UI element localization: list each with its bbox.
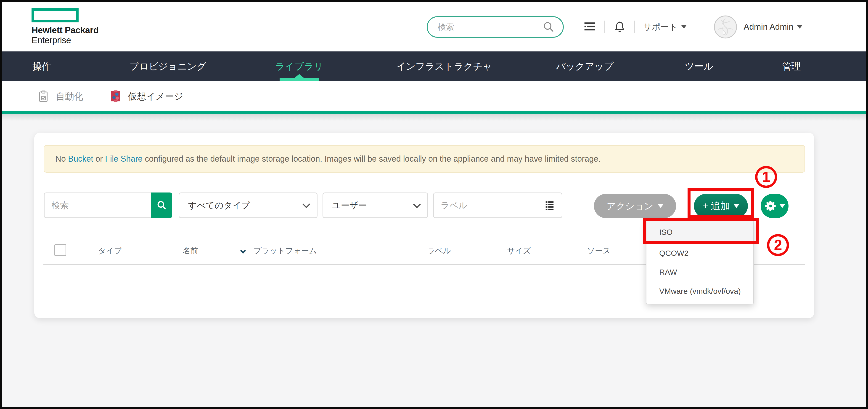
add-menu-item-qcow2[interactable]: QCOW2 (646, 244, 753, 263)
support-menu[interactable]: サポート (643, 21, 686, 33)
add-menu-item-vmware[interactable]: VMware (vmdk/ovf/ova) (646, 282, 753, 301)
bucket-link[interactable]: Bucket (68, 154, 93, 164)
banner-text: No (55, 154, 68, 164)
caret-down-icon (658, 204, 663, 208)
tab-tools[interactable]: ツール (685, 60, 713, 73)
banner-text: or (93, 154, 105, 164)
active-tab-caret (294, 74, 304, 78)
logo-line-2: Enterprise (32, 35, 99, 45)
column-header-size[interactable]: サイズ (507, 245, 531, 256)
subnav-automation-label: 自動化 (56, 90, 83, 103)
header-divider (694, 21, 695, 33)
tab-infrastructure[interactable]: インフラストラクチャ (396, 60, 492, 73)
activity-feed-icon[interactable] (583, 21, 596, 33)
hpe-logo[interactable]: Hewlett Packard Enterprise (32, 8, 99, 45)
annotation-step-1: 1 (755, 166, 777, 188)
user-avatar-globe-icon[interactable] (714, 15, 737, 39)
add-button[interactable]: + 追加 (694, 194, 748, 218)
user-filter-value: ユーザー (332, 200, 367, 211)
logo-line-1: Hewlett Packard (32, 25, 99, 35)
banner-text: configured as the default image storage … (143, 154, 600, 164)
label-list-icon[interactable] (544, 200, 555, 210)
caret-down-icon (780, 204, 785, 208)
storage-warning-banner: No Bucket or File Share configured as th… (44, 145, 805, 173)
settings-button[interactable] (761, 194, 788, 218)
table-search-input[interactable] (44, 193, 151, 218)
label-filter (433, 193, 562, 218)
user-filter-select[interactable]: ユーザー (322, 193, 428, 218)
caret-down-icon (734, 204, 739, 208)
app-header: Hewlett Packard Enterprise (2, 2, 866, 52)
chevron-down-icon (303, 201, 310, 208)
notifications-bell-icon[interactable] (613, 21, 626, 33)
global-search-input[interactable] (438, 22, 542, 32)
primary-nav: 操作 プロビジョニング ライブラリ インフラストラクチャ バックアップ ツール … (2, 52, 866, 81)
column-header-platform[interactable]: プラットフォーム (253, 245, 317, 256)
add-button-label: + 追加 (703, 200, 730, 212)
add-menu-item-raw[interactable]: RAW (646, 263, 753, 282)
global-search-box[interactable] (427, 16, 564, 38)
hpe-logo-mark (32, 8, 79, 22)
add-menu: ISO QCOW2 RAW VMware (vmdk/ovf/ova) (646, 220, 754, 304)
column-header-name[interactable]: 名前 (183, 245, 198, 256)
file-share-link[interactable]: File Share (105, 154, 143, 164)
tab-provisioning[interactable]: プロビジョニング (129, 60, 206, 73)
tab-backups[interactable]: バックアップ (556, 60, 614, 73)
active-tab-underline (280, 78, 319, 81)
select-all-checkbox[interactable] (54, 244, 66, 256)
support-label: サポート (643, 21, 678, 33)
user-name: Admin Admin (744, 22, 794, 32)
column-header-source[interactable]: ソース (587, 245, 611, 256)
chevron-down-icon (413, 201, 421, 208)
tab-library[interactable]: ライブラリ (275, 60, 323, 73)
actions-button[interactable]: アクション (594, 194, 676, 218)
header-toolbar: サポート Admin Admin (427, 2, 802, 52)
column-header-labels[interactable]: ラベル (427, 245, 451, 256)
type-filter-select[interactable]: すべてのタイプ (179, 193, 317, 218)
type-filter-value: すべてのタイプ (188, 200, 250, 211)
actions-button-label: アクション (607, 200, 653, 212)
gear-icon (764, 199, 777, 213)
subnav-item-automation[interactable]: 自動化 (37, 81, 83, 111)
chevron-down-icon (797, 25, 802, 29)
tab-operations[interactable]: 操作 (32, 60, 51, 73)
header-divider (604, 21, 605, 33)
search-icon[interactable] (542, 21, 555, 33)
sort-chevron-icon[interactable] (240, 248, 246, 254)
virtual-images-icon (109, 90, 122, 103)
secondary-nav: 自動化 仮想イメージ (2, 81, 866, 111)
rule-shadow (2, 114, 866, 121)
clipboard-icon (37, 90, 50, 103)
subnav-item-virtual-images[interactable]: 仮想イメージ (109, 81, 183, 111)
header-divider (634, 21, 635, 33)
annotation-step-2: 2 (767, 234, 789, 256)
add-menu-item-iso[interactable]: ISO (646, 221, 753, 244)
table-search (44, 193, 172, 218)
chevron-down-icon (681, 25, 686, 29)
search-icon (156, 200, 167, 211)
column-header-type[interactable]: タイプ (98, 245, 122, 256)
table-search-button[interactable] (151, 193, 172, 218)
accent-rule (2, 111, 866, 114)
subnav-virtual-images-label: 仮想イメージ (128, 90, 183, 103)
tab-administration[interactable]: 管理 (782, 60, 801, 73)
user-menu[interactable]: Admin Admin (744, 22, 802, 32)
app-window: Hewlett Packard Enterprise (0, 0, 868, 409)
label-filter-input[interactable] (441, 201, 544, 210)
